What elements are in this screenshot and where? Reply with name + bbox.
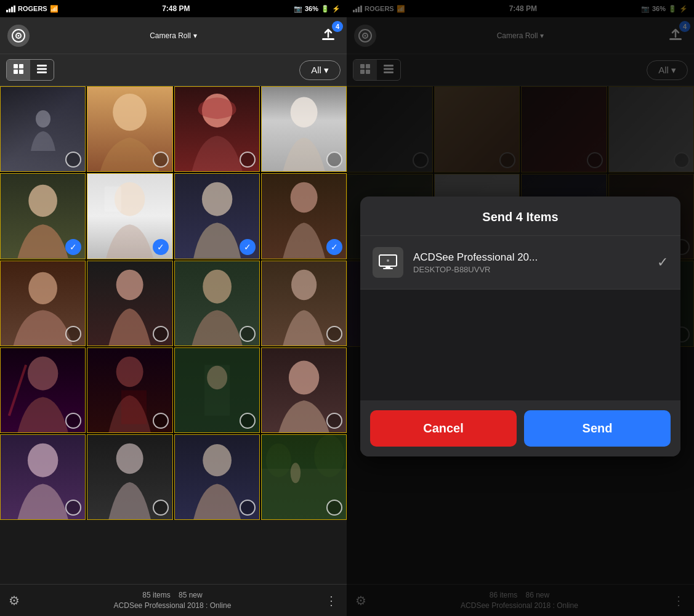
left-header-title: Camera Roll ▾ bbox=[150, 31, 197, 40]
wifi-icon: 📶 bbox=[50, 5, 59, 13]
device-info: ACDSee Professional 20... DESKTOP-B88UVV… bbox=[413, 251, 657, 274]
modal-title: Send 4 Items bbox=[360, 197, 680, 236]
device-subtitle: DESKTOP-B88UVVR bbox=[413, 265, 657, 274]
battery-label: 36% bbox=[305, 5, 318, 12]
select-circle-6[interactable]: ✓ bbox=[153, 239, 169, 255]
photo-cell-3[interactable] bbox=[174, 86, 260, 172]
left-status-bar: ROGERS 📶 7:48 PM 📷 36% 🔋 ⚡ bbox=[0, 0, 347, 17]
modal-spacer bbox=[360, 290, 680, 400]
svg-point-19 bbox=[290, 182, 317, 213]
select-circle-2[interactable] bbox=[153, 152, 169, 168]
select-circle-5[interactable]: ✓ bbox=[65, 239, 81, 255]
svg-point-20 bbox=[28, 272, 57, 304]
device-name: ACDSee Professional 20... bbox=[413, 251, 657, 264]
modal-overlay: Send 4 Items ACDSee Professional 20... D… bbox=[347, 0, 694, 616]
svg-rect-9 bbox=[37, 68, 47, 70]
grid-view-btn-left[interactable] bbox=[7, 60, 30, 80]
select-circle-16[interactable] bbox=[326, 413, 342, 429]
svg-rect-5 bbox=[19, 64, 23, 68]
left-photo-grid: ✓ ✓ ✓ bbox=[0, 86, 347, 520]
left-app-header: Camera Roll ▾ 4 bbox=[0, 17, 347, 54]
app-logo-left[interactable] bbox=[7, 25, 30, 47]
left-status-right: 📷 36% 🔋 ⚡ bbox=[294, 5, 341, 13]
left-status-text: 85 items 85 new ACDSee Professional 2018… bbox=[20, 590, 325, 611]
select-circle-18[interactable] bbox=[153, 500, 169, 516]
svg-rect-52 bbox=[383, 268, 393, 269]
settings-icon-left[interactable]: ⚙ bbox=[9, 593, 20, 608]
svg-point-38 bbox=[290, 463, 300, 483]
select-circle-12[interactable] bbox=[326, 326, 342, 342]
svg-rect-10 bbox=[37, 71, 47, 73]
select-circle-19[interactable] bbox=[240, 500, 256, 516]
photo-cell-9[interactable] bbox=[0, 261, 86, 346]
photo-cell-6[interactable]: ✓ bbox=[87, 173, 172, 259]
photo-cell-2[interactable] bbox=[87, 86, 172, 172]
select-circle-9[interactable] bbox=[65, 326, 81, 342]
send-button[interactable]: Send bbox=[524, 410, 671, 447]
svg-rect-51 bbox=[385, 266, 390, 268]
svg-rect-3 bbox=[322, 38, 334, 40]
photo-cell-17[interactable] bbox=[0, 434, 86, 520]
left-status-left: ROGERS 📶 bbox=[6, 5, 59, 13]
more-icon-left[interactable]: ⋮ bbox=[325, 593, 338, 608]
photo-cell-11[interactable] bbox=[174, 261, 260, 346]
photo-cell-1[interactable] bbox=[0, 86, 86, 172]
filter-dropdown-left[interactable]: All ▾ bbox=[299, 60, 341, 80]
left-photo-grid-container: ✓ ✓ ✓ bbox=[0, 86, 347, 584]
photo-cell-13[interactable] bbox=[0, 347, 86, 433]
view-toggle-left[interactable] bbox=[6, 59, 54, 81]
carrier-label: ROGERS bbox=[18, 5, 47, 12]
device-checkmark: ✓ bbox=[657, 254, 668, 270]
svg-rect-4 bbox=[14, 64, 18, 68]
photo-cell-20[interactable] bbox=[261, 434, 347, 520]
left-bottom-bar: ⚙ 85 items 85 new ACDSee Professional 20… bbox=[0, 584, 347, 616]
send-items-modal: Send 4 Items ACDSee Professional 20... D… bbox=[360, 197, 680, 456]
svg-point-23 bbox=[291, 269, 317, 299]
photo-cell-18[interactable] bbox=[87, 434, 172, 520]
photo-cell-7[interactable]: ✓ bbox=[174, 173, 260, 259]
svg-rect-8 bbox=[37, 65, 47, 67]
svg-rect-7 bbox=[19, 70, 23, 74]
left-time: 7:48 PM bbox=[162, 4, 190, 13]
modal-device-row[interactable]: ACDSee Professional 20... DESKTOP-B88UVV… bbox=[360, 236, 680, 290]
list-view-btn-left[interactable] bbox=[30, 60, 54, 80]
bluetooth-icon: 📷 bbox=[294, 5, 302, 13]
svg-point-31 bbox=[289, 360, 319, 394]
photo-cell-5[interactable]: ✓ bbox=[0, 173, 86, 259]
svg-point-12 bbox=[113, 94, 147, 131]
photo-cell-8[interactable]: ✓ bbox=[261, 173, 347, 259]
select-circle-15[interactable] bbox=[240, 413, 256, 429]
svg-point-2 bbox=[18, 34, 20, 36]
photo-cell-10[interactable] bbox=[87, 261, 172, 346]
svg-point-21 bbox=[116, 269, 143, 299]
photo-cell-19[interactable] bbox=[174, 434, 260, 520]
items-count-left: 85 items bbox=[142, 591, 170, 599]
select-circle-3[interactable] bbox=[240, 152, 256, 168]
photo-cell-15[interactable] bbox=[174, 347, 260, 433]
svg-point-37 bbox=[314, 435, 344, 477]
select-circle-10[interactable] bbox=[153, 326, 169, 342]
svg-point-30 bbox=[207, 366, 227, 389]
battery-icon: 🔋 bbox=[321, 5, 329, 13]
photo-cell-16[interactable] bbox=[261, 347, 347, 433]
modal-buttons: Cancel Send bbox=[360, 400, 680, 456]
select-circle-8[interactable]: ✓ bbox=[326, 239, 342, 255]
svg-point-14 bbox=[290, 97, 317, 127]
photo-cell-14[interactable] bbox=[87, 347, 172, 433]
svg-point-36 bbox=[266, 444, 291, 477]
svg-rect-17 bbox=[105, 187, 121, 212]
select-circle-7[interactable]: ✓ bbox=[240, 239, 256, 255]
photo-cell-12[interactable] bbox=[261, 261, 347, 346]
device-icon bbox=[373, 247, 403, 278]
svg-point-26 bbox=[116, 356, 143, 386]
select-circle-11[interactable] bbox=[240, 326, 256, 342]
cancel-button[interactable]: Cancel bbox=[370, 410, 517, 447]
left-upload-button[interactable]: 4 bbox=[317, 25, 339, 47]
photo-cell-4[interactable] bbox=[261, 86, 347, 172]
svg-point-32 bbox=[28, 444, 58, 477]
new-count-left: 85 new bbox=[179, 591, 203, 599]
dropdown-arrow[interactable]: ▾ bbox=[193, 31, 197, 40]
select-circle-14[interactable] bbox=[153, 413, 169, 429]
left-phone-panel: ROGERS 📶 7:48 PM 📷 36% 🔋 ⚡ Camera Roll ▾… bbox=[0, 0, 347, 616]
signal-bars bbox=[6, 6, 15, 12]
